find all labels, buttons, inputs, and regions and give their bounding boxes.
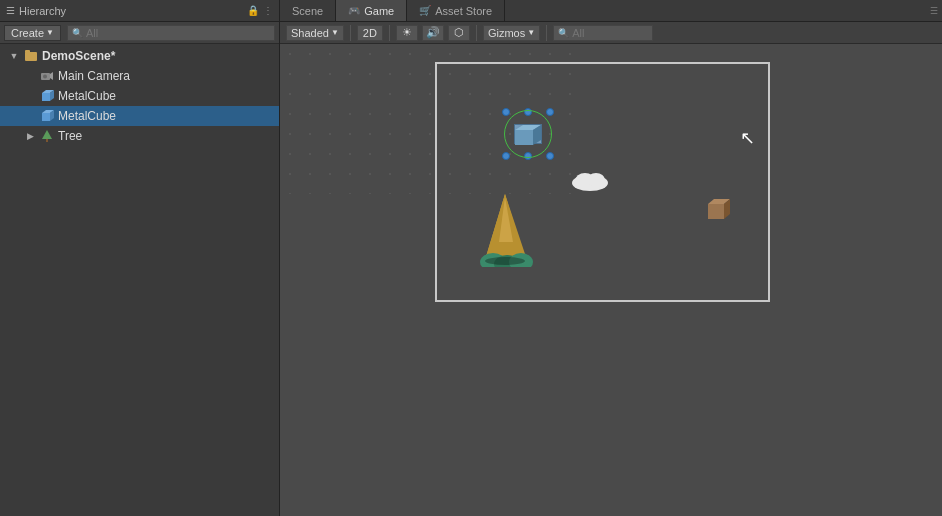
demoscene-label: DemoScene* (42, 49, 279, 63)
tab-scene[interactable]: Scene (280, 0, 336, 21)
svg-point-26 (587, 173, 605, 187)
2d-button[interactable]: 2D (357, 25, 383, 41)
hierarchy-item-metalcube1[interactable]: MetalCube (0, 86, 279, 106)
hierarchy-item-demoscene[interactable]: ▼ DemoScene* (0, 46, 279, 66)
shaded-dropdown[interactable]: Shaded ▼ (286, 25, 344, 41)
hierarchy-header-icons: 🔒 ⋮ (247, 5, 273, 16)
brown-cube-svg (708, 199, 734, 221)
hierarchy-icon: ☰ (6, 5, 15, 16)
toolbar-sep-2 (389, 25, 390, 41)
gizmo-handle-tr[interactable] (546, 108, 554, 116)
tab-game[interactable]: 🎮 Game (336, 0, 407, 21)
hierarchy-toolbar: Create ▼ 🔍 (0, 22, 279, 44)
cursor-arrow: ↖ (740, 127, 755, 149)
toolbar-sep-3 (476, 25, 477, 41)
assetstore-tab-icon: 🛒 (419, 5, 431, 16)
tree-shadow (485, 257, 525, 265)
metalcube-body (514, 124, 542, 144)
cloud-svg (570, 169, 610, 193)
toolbar-sep-1 (350, 25, 351, 41)
hierarchy-tree: ▼ DemoScene* (0, 44, 279, 516)
gizmo-handle-br[interactable] (546, 152, 554, 160)
main-layout: ☰ Hierarchy 🔒 ⋮ Create ▼ 🔍 ▼ (0, 0, 942, 516)
svg-rect-0 (25, 52, 37, 61)
scene-search-icon: 🔍 (558, 28, 569, 38)
camera-effect-icon: ⬡ (454, 26, 464, 39)
svg-point-4 (43, 75, 47, 79)
brown-cube-object[interactable] (708, 199, 734, 224)
hierarchy-panel: ☰ Hierarchy 🔒 ⋮ Create ▼ 🔍 ▼ (0, 0, 280, 516)
tree-label: Tree (58, 129, 279, 143)
svg-rect-12 (46, 139, 48, 142)
gizmo-handle-bl[interactable] (502, 152, 510, 160)
search-icon: 🔍 (72, 28, 83, 38)
lock-icon[interactable]: 🔒 (247, 5, 259, 16)
assetstore-tab-label: Asset Store (435, 5, 492, 17)
svg-marker-11 (42, 130, 52, 139)
cube-icon-1 (39, 88, 55, 104)
tab-assetstore[interactable]: 🛒 Asset Store (407, 0, 505, 21)
svg-rect-15 (515, 130, 533, 145)
cube-icon-2 (39, 108, 55, 124)
metalcube2-label: MetalCube (58, 109, 279, 123)
hierarchy-item-tree[interactable]: ▶ Tree (0, 126, 279, 146)
demoscene-icon (23, 48, 39, 64)
scene-objects: ↖ (280, 44, 942, 516)
tree-icon (39, 128, 55, 144)
svg-rect-8 (42, 113, 50, 121)
scene-search-box[interactable]: 🔍 (553, 25, 653, 41)
demoscene-arrow: ▼ (8, 51, 20, 61)
metalcube1-label: MetalCube (58, 89, 279, 103)
sun-icon: ☀ (402, 26, 412, 39)
game-tab-label: Game (364, 5, 394, 17)
gizmos-dropdown[interactable]: Gizmos ▼ (483, 25, 540, 41)
scene-search-input[interactable] (572, 27, 648, 39)
camera-icon (39, 68, 55, 84)
tree-arrow: ▶ (24, 131, 36, 141)
hierarchy-search-box[interactable]: 🔍 (67, 25, 275, 41)
svg-rect-27 (708, 204, 724, 219)
lighting-button[interactable]: ☀ (396, 25, 418, 41)
scene-toolbar: Shaded ▼ 2D ☀ 🔊 ⬡ Gizmos ▼ (280, 22, 942, 44)
toolbar-sep-4 (546, 25, 547, 41)
hierarchy-item-maincamera[interactable]: Main Camera (0, 66, 279, 86)
scene-viewport[interactable]: ↖ (280, 44, 942, 516)
game-tab-icon: 🎮 (348, 5, 360, 16)
panel-menu-icon[interactable]: ☰ (930, 6, 942, 16)
hierarchy-panel-header: ☰ Hierarchy 🔒 ⋮ (0, 0, 279, 22)
gizmo-handle-tl[interactable] (502, 108, 510, 116)
audio-button[interactable]: 🔊 (422, 25, 444, 41)
audio-icon: 🔊 (426, 26, 440, 39)
hierarchy-search-input[interactable] (86, 27, 270, 39)
scene-tab-label: Scene (292, 5, 323, 17)
svg-marker-3 (50, 72, 53, 80)
svg-rect-5 (42, 93, 50, 101)
maincamera-label: Main Camera (58, 69, 279, 83)
tree-object[interactable] (475, 192, 535, 270)
hierarchy-menu-icon[interactable]: ⋮ (263, 5, 273, 16)
metalcube-gizmo-group[interactable] (498, 104, 558, 164)
scene-game-tabs: Scene 🎮 Game 🛒 Asset Store ☰ (280, 0, 942, 22)
tree-foliage-svg (475, 192, 535, 267)
metalcube-svg (515, 125, 543, 145)
right-panel: Scene 🎮 Game 🛒 Asset Store ☰ Shaded ▼ 2D (280, 0, 942, 516)
cloud-object (570, 169, 610, 196)
camera-effect-button[interactable]: ⬡ (448, 25, 470, 41)
svg-rect-1 (25, 50, 30, 53)
hierarchy-panel-title: Hierarchy (19, 5, 243, 17)
create-button[interactable]: Create ▼ (4, 25, 61, 41)
hierarchy-item-metalcube2[interactable]: MetalCube (0, 106, 279, 126)
